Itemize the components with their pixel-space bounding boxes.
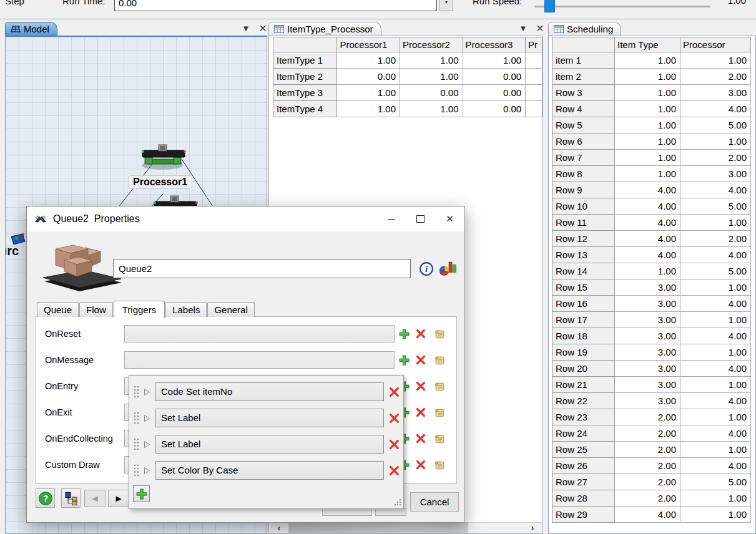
dialog-tab-queue[interactable]: Queue xyxy=(37,302,79,317)
table-cell[interactable]: 3.00 xyxy=(615,312,680,328)
drag-handle[interactable] xyxy=(133,437,140,451)
table-cell[interactable]: 2.00 xyxy=(680,231,751,247)
row-header[interactable]: Row 22 xyxy=(552,393,615,409)
add-trigger-button[interactable] xyxy=(133,485,150,502)
resize-grip[interactable] xyxy=(393,497,402,507)
row-header[interactable]: Row 24 xyxy=(552,425,615,442)
table-cell[interactable]: 0.00 xyxy=(463,69,526,85)
trigger-field[interactable] xyxy=(124,325,395,342)
table-cell[interactable]: 2.00 xyxy=(615,458,680,474)
table-cell[interactable] xyxy=(526,101,542,117)
row-header[interactable]: item 2 xyxy=(552,69,615,85)
drag-handle[interactable] xyxy=(133,411,140,425)
table-cell[interactable]: 1.00 xyxy=(400,69,463,85)
table-cell[interactable]: 1.00 xyxy=(680,507,751,523)
remove-option-icon[interactable] xyxy=(389,413,400,424)
processor1-object[interactable] xyxy=(139,144,189,170)
code-template-icon[interactable] xyxy=(434,381,445,392)
table-cell[interactable]: 4.00 xyxy=(680,182,751,198)
row-header[interactable]: Row 20 xyxy=(552,361,615,377)
table-cell[interactable]: 1.00 xyxy=(400,101,463,117)
hscroll-right-icon[interactable]: › xyxy=(523,523,542,533)
delete-icon[interactable] xyxy=(415,434,426,444)
table-cell[interactable]: 3.00 xyxy=(680,85,751,101)
code-template-icon[interactable] xyxy=(434,328,445,340)
table-cell[interactable]: 1.00 xyxy=(680,442,751,458)
add-icon[interactable] xyxy=(398,355,410,366)
next-object-button[interactable]: ▶ xyxy=(108,490,129,507)
table-cell[interactable] xyxy=(526,69,542,85)
table-cell[interactable]: 3.00 xyxy=(615,344,680,361)
table-cell[interactable]: 3.00 xyxy=(615,328,680,344)
table-cell[interactable]: 4.00 xyxy=(615,182,680,198)
trigger-option-field[interactable]: Set Label xyxy=(155,409,384,427)
table-cell[interactable]: 1.00 xyxy=(463,52,526,69)
run-time-spinner[interactable]: ▾ xyxy=(439,0,453,11)
row-header[interactable]: Row 29 xyxy=(552,507,615,523)
trigger-field[interactable] xyxy=(124,351,395,369)
help-button[interactable]: ? xyxy=(36,488,55,508)
table-cell[interactable]: 1.00 xyxy=(615,52,680,69)
code-template-icon[interactable] xyxy=(434,354,445,366)
table-cell[interactable]: 1.00 xyxy=(680,52,751,69)
run-speed-slider-track[interactable] xyxy=(534,6,710,7)
row-header[interactable]: Row 25 xyxy=(552,442,615,458)
table-cell[interactable]: 2.00 xyxy=(680,150,751,166)
table-cell[interactable]: 5.00 xyxy=(680,117,751,134)
table-cell[interactable]: 1.00 xyxy=(680,377,751,393)
table-cell[interactable] xyxy=(526,85,542,101)
tree-view-button[interactable] xyxy=(61,488,81,508)
table-cell[interactable]: 5.00 xyxy=(680,263,751,279)
row-header[interactable]: Row 26 xyxy=(552,458,615,474)
table-cell[interactable]: 1.00 xyxy=(615,101,680,117)
table-cell[interactable]: 2.00 xyxy=(680,69,751,85)
tab-model[interactable]: Model xyxy=(5,22,57,36)
table-cell[interactable]: 0.00 xyxy=(400,85,463,101)
table-cell[interactable]: 1.00 xyxy=(680,312,751,328)
delete-icon[interactable] xyxy=(415,381,426,391)
tab-itemtype-processor[interactable]: ItemType_Processor xyxy=(268,22,381,36)
table-cell[interactable]: 1.00 xyxy=(615,263,680,279)
expand-arrow-icon[interactable] xyxy=(144,388,150,396)
table-cell[interactable]: 4.00 xyxy=(615,198,680,215)
row-header[interactable]: Row 19 xyxy=(552,344,615,361)
drag-handle[interactable] xyxy=(133,464,140,477)
run-speed-slider-thumb[interactable] xyxy=(544,0,555,12)
table-cell[interactable]: 4.00 xyxy=(680,328,751,344)
row-header[interactable]: Row 16 xyxy=(552,296,615,312)
table-cell[interactable]: 2.00 xyxy=(615,409,680,425)
table-cell[interactable]: 4.00 xyxy=(680,361,751,377)
column-header[interactable] xyxy=(273,37,337,52)
table-cell[interactable]: 1.00 xyxy=(337,101,400,117)
table-cell[interactable]: 1.00 xyxy=(680,134,751,150)
itemtype-tab-close-icon[interactable]: ✕ xyxy=(534,22,546,34)
table-cell[interactable]: 4.00 xyxy=(680,458,751,474)
dialog-tab-flow[interactable]: Flow xyxy=(79,302,113,317)
row-header[interactable]: item 1 xyxy=(552,52,615,69)
close-icon[interactable]: ✕ xyxy=(435,206,464,231)
tab-scheduling[interactable]: Scheduling xyxy=(548,22,621,36)
table-cell[interactable]: 0.00 xyxy=(337,69,400,85)
itemtype-hscrollbar[interactable]: ‹ › xyxy=(270,522,542,533)
column-header[interactable]: Processor1 xyxy=(337,37,400,52)
table-cell[interactable]: 1.00 xyxy=(615,117,680,134)
dialog-titlebar[interactable]: Queue2 Properties ✕ xyxy=(27,206,464,231)
table-cell[interactable]: 4.00 xyxy=(680,393,751,409)
column-header[interactable]: Processor xyxy=(680,37,751,52)
table-cell[interactable]: 1.00 xyxy=(680,279,751,296)
table-cell[interactable]: 1.00 xyxy=(337,52,400,69)
table-cell[interactable]: 5.00 xyxy=(680,474,751,490)
delete-icon[interactable] xyxy=(415,407,426,417)
row-header[interactable]: ItemType 2 xyxy=(273,69,337,85)
table-cell[interactable]: 2.00 xyxy=(615,474,680,490)
table-cell[interactable]: 3.00 xyxy=(680,166,751,182)
table-cell[interactable]: 1.00 xyxy=(680,215,751,231)
row-header[interactable]: Row 8 xyxy=(552,166,615,182)
table-cell[interactable]: 3.00 xyxy=(615,279,680,296)
trigger-option-field[interactable]: Set Color By Case xyxy=(155,461,384,480)
table-cell[interactable]: 4.00 xyxy=(680,247,751,263)
row-header[interactable]: Row 11 xyxy=(552,215,615,231)
table-cell[interactable]: 1.00 xyxy=(615,166,680,182)
delete-icon[interactable] xyxy=(415,460,426,470)
row-header[interactable]: Row 18 xyxy=(552,328,615,344)
